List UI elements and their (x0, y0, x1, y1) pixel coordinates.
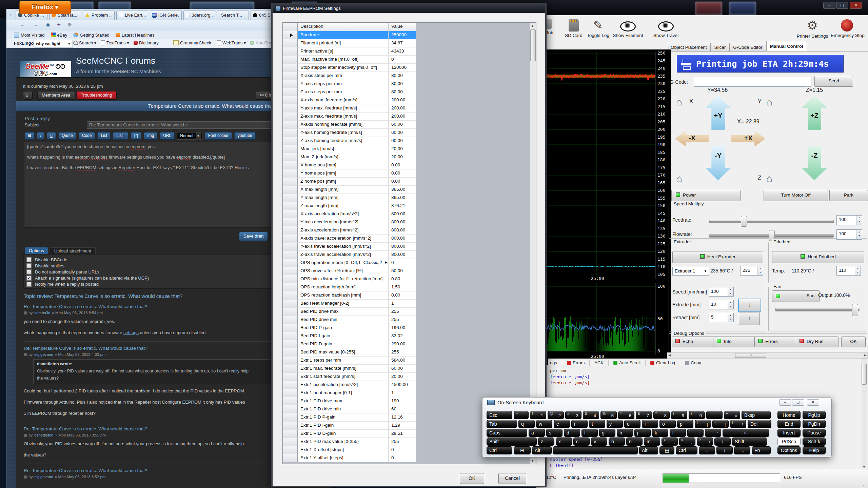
key-k[interactable]: k (652, 429, 668, 437)
eeprom-description-cell[interactable]: Max. Z-jerk [mm/s] (298, 153, 389, 161)
eeprom-row[interactable]: OPS min. distance for fil. retraction [m… (283, 275, 416, 283)
eeprom-description-cell[interactable]: Z-axis homing feedrate [mm/s] (298, 137, 389, 145)
row-selector[interactable] (283, 259, 298, 267)
key-Fn[interactable]: Fn (752, 446, 771, 454)
eeprom-value-cell[interactable]: 60.00 (389, 137, 416, 145)
eeprom-row[interactable]: Extr.1 heat manager [0-1]1 (283, 389, 416, 397)
bookmark-item[interactable]: Most Visited (14, 33, 45, 38)
eeprom-value-cell[interactable]: 290.00 (389, 340, 416, 348)
eeprom-description-cell[interactable]: Extr.1 PID drive min (298, 405, 389, 413)
eeprom-value-cell[interactable]: 33.02 (389, 332, 416, 340)
key--[interactable]: –- (706, 411, 723, 419)
eeprom-value-cell[interactable]: 1 (389, 300, 416, 308)
tab-upload-attachment[interactable]: Upload attachment (50, 247, 96, 255)
bed-target-spinner[interactable]: 110▲▼ (836, 266, 861, 276)
key-Ctrl[interactable]: Ctrl (487, 446, 512, 454)
debug-dry-run-button[interactable]: Dry Run (796, 337, 839, 347)
eeprom-row[interactable]: Extr.1 acceleration [mm/s^2]4500.00 (283, 381, 416, 389)
printer-settings-button[interactable]: ⚙Printer Settings (796, 19, 829, 39)
eeprom-value-cell[interactable]: 0.00 (389, 169, 416, 178)
log-toolbar-errors[interactable]: Errors (567, 360, 585, 365)
eeprom-description-cell[interactable]: Z-axis travel acceleration [mm/s^2] (298, 251, 389, 259)
home-y-icon[interactable]: ⌂ (766, 97, 772, 107)
extrude-down-button[interactable]: ↓ (738, 299, 761, 312)
eeprom-value-cell[interactable]: 365.00 (389, 194, 416, 202)
tab-object-placement[interactable]: Object Placement (667, 43, 711, 52)
eeprom-description-cell[interactable]: Z-axis steps per mm (298, 88, 389, 96)
eeprom-row[interactable]: X-axis travel acceleration [mm/s^2]800.0… (283, 235, 416, 243)
eeprom-row[interactable]: Extr.1 PID drive max190 (283, 397, 416, 405)
eeprom-value-cell[interactable]: 0.00 (389, 161, 416, 169)
extrude-spinner[interactable]: 10▲▼ (709, 300, 734, 309)
eeprom-row[interactable]: Extr.1 Y-offset [steps]0 (283, 454, 416, 462)
eeprom-row[interactable]: X-axis homing feedrate [mm/s]60.00 (283, 121, 416, 129)
eeprom-description-cell[interactable]: Bed PID P-gain (298, 324, 389, 332)
browser-tab[interactable]: Problem ... (83, 10, 115, 20)
post-option-checkbox[interactable]: Disable BBCode (26, 257, 67, 262)
taskbar-thumbnail[interactable] (729, 2, 756, 15)
eeprom-description-cell[interactable]: Extr.1 PID I-gain (298, 422, 389, 430)
eeprom-row[interactable]: Extr.1 PID P-gain12.16 (283, 413, 416, 422)
key-6[interactable]: ^6 (618, 411, 634, 419)
row-selector[interactable] (283, 39, 298, 47)
eeprom-row[interactable]: Extr.1 PID drive min60 (283, 405, 416, 413)
eeprom-row[interactable]: Extr.1 X-offset [steps]0 (283, 446, 416, 454)
post-author-link[interactable]: cambo3d (34, 311, 50, 315)
eeprom-value-cell[interactable]: 800.00 (389, 251, 416, 259)
key-⊞[interactable]: ⊞ (514, 446, 531, 454)
key-n[interactable]: n (626, 438, 643, 446)
eeprom-value-cell[interactable]: 255 (389, 316, 416, 324)
home-all-icon[interactable]: ⌂ (676, 174, 682, 184)
key-↑[interactable]: ↑ (714, 438, 731, 446)
browser-tab[interactable]: 3ders.org... (183, 10, 215, 20)
bbcode-list-button[interactable]: List= (113, 132, 129, 140)
row-selector[interactable] (283, 413, 298, 422)
eeprom-description-cell[interactable]: Extr.1 start feedrate [mm/s] (298, 373, 389, 381)
bbcode-list-button[interactable]: List (97, 132, 111, 140)
row-selector[interactable] (283, 186, 298, 194)
jog-plus-z-button[interactable]: +Z (802, 96, 827, 130)
key-ScrLk[interactable]: ScrLk (803, 438, 826, 446)
log-toolbar-ack[interactable]: ACK (594, 360, 604, 365)
key-.[interactable]: >. (679, 438, 695, 446)
eeprom-description-cell[interactable]: Y-axis acceleration [mm/s^2] (298, 218, 389, 226)
key-space[interactable] (553, 446, 638, 454)
eeprom-description-cell[interactable]: Extr.1 Y-offset [steps] (298, 454, 389, 462)
row-selector[interactable] (283, 31, 298, 39)
log-toolbar-ngs[interactable]: ngs (550, 360, 557, 365)
checkbox[interactable] (26, 257, 32, 262)
eeprom-row[interactable]: OPS retraction length [mm]1.50 (283, 283, 416, 291)
key-0[interactable]: )0 (689, 411, 705, 419)
row-selector[interactable] (283, 397, 298, 405)
window-close-button[interactable]: ✕ (850, 2, 862, 9)
key-z[interactable]: z (538, 438, 554, 446)
youtube-button[interactable]: youtube (234, 132, 256, 140)
eeprom-value-cell[interactable]: 0.00 (389, 291, 416, 300)
key-Del[interactable]: Del (748, 420, 771, 428)
eeprom-description-cell[interactable]: Max. inactive time [ms,0=off] (298, 56, 389, 64)
row-selector[interactable] (283, 235, 298, 243)
eeprom-row[interactable]: X home pos [mm]0.00 (283, 161, 416, 169)
window-minimize-button[interactable]: – (823, 2, 835, 9)
eeprom-description-cell[interactable]: Bed Heat Manager [0-2] (298, 300, 389, 308)
row-selector[interactable] (283, 121, 298, 129)
eeprom-value-cell[interactable]: 20.00 (389, 145, 416, 153)
eeprom-value-cell[interactable]: 800.00 (389, 210, 416, 218)
checkbox[interactable]: ✓ (26, 276, 32, 281)
row-selector[interactable] (283, 316, 298, 324)
eeprom-description-cell[interactable]: Z-axis max. feedrate [mm/s] (298, 113, 389, 121)
eeprom-description-cell[interactable]: Y home pos [mm] (298, 169, 389, 178)
font-size-dropdown[interactable]: Normal▼ (177, 132, 202, 140)
eeprom-value-cell[interactable]: 376.21 (389, 202, 416, 210)
key-7[interactable]: &7 (636, 411, 652, 419)
browser-tab[interactable]: IGNIGN Serie... (150, 10, 182, 20)
key-Options[interactable]: Options (777, 446, 801, 454)
eeprom-value-cell[interactable]: 43433 (389, 47, 416, 56)
eeprom-description-cell[interactable]: OPS move after x% retract [%] (298, 267, 389, 275)
eeprom-description-cell[interactable]: X-axis travel acceleration [mm/s^2] (298, 235, 389, 243)
firefox-app-menu-button[interactable]: Firefox ▾ (19, 1, 71, 14)
bbcode-i-button[interactable]: i (37, 132, 45, 140)
row-selector[interactable] (283, 381, 298, 389)
key-t[interactable]: t (589, 420, 605, 428)
eeprom-value-cell[interactable]: 12.16 (389, 413, 416, 422)
